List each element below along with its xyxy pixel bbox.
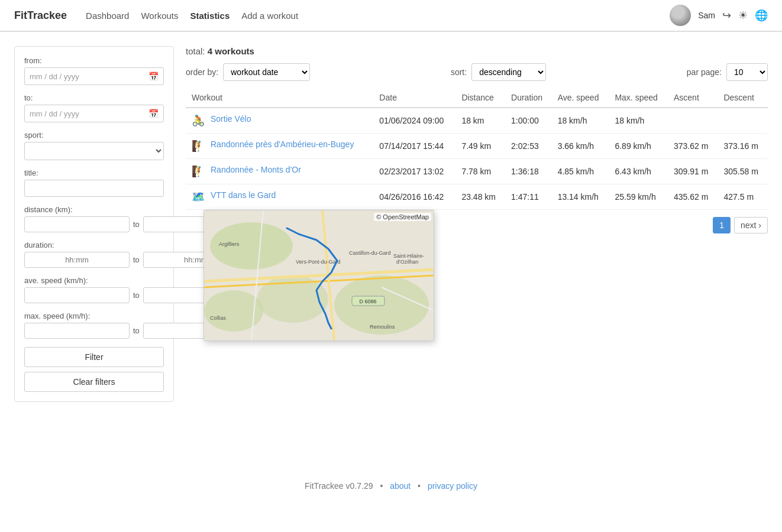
duration-group: duration: to [24, 241, 164, 268]
map-svg: D 6086 Argilliers Vers-Pont-du-Gard Cast… [204, 210, 434, 340]
table-row: 🧗 Randonnée - Monts d'Or 02/23/2017 13:0… [186, 159, 768, 184]
col-descent: Descent [718, 88, 768, 108]
table-header-row: Workout Date Distance Duration Ave. spee… [186, 88, 768, 108]
logout-button[interactable]: ↪ [722, 9, 731, 22]
distance-label: distance (km): [24, 205, 164, 214]
workout-link[interactable]: Randonnée - Monts d'Or [211, 165, 301, 174]
workout-distance-cell: 7.49 km [455, 134, 505, 159]
order-by-select[interactable]: workout date distance duration average s… [223, 63, 310, 81]
distance-from-input[interactable] [24, 216, 130, 232]
workout-duration-cell: 1:47:11 [505, 184, 552, 210]
max-speed-to-sep: to [133, 326, 140, 335]
workout-descent-cell: 373.16 m [718, 134, 768, 159]
footer-privacy-link[interactable]: privacy policy [428, 481, 477, 491]
sort-select[interactable]: descending ascending [471, 63, 546, 81]
duration-from-input[interactable] [24, 252, 130, 268]
sort-group: sort: descending ascending [451, 63, 546, 81]
sport-icon: 🚴 [192, 114, 205, 127]
workout-ascent-cell: 373.62 m [668, 134, 718, 159]
to-input-wrapper[interactable]: mm / dd / yyyy 📅 [24, 105, 164, 122]
per-page-select[interactable]: 10 20 50 [726, 63, 768, 81]
footer-app: FitTrackee [305, 481, 344, 491]
svg-text:Collias: Collias [210, 315, 227, 321]
nav-statistics[interactable]: Statistics [190, 11, 230, 21]
workout-ave-speed-cell: 3.66 km/h [552, 134, 609, 159]
footer-about-link[interactable]: about [390, 481, 411, 491]
footer: FitTrackee v0.7.29 • about • privacy pol… [0, 469, 782, 502]
svg-text:Castillon-du-Gard: Castillon-du-Gard [349, 250, 391, 256]
order-by-label: order by: [186, 67, 218, 77]
from-calendar-icon: 📅 [148, 72, 159, 81]
svg-text:Saint-Hilaire-: Saint-Hilaire- [393, 253, 424, 259]
title-input[interactable] [24, 180, 164, 197]
workout-name-cell: 🧗 Randonnée - Monts d'Or [186, 159, 373, 184]
total-row: total: 4 workouts [186, 46, 768, 56]
footer-dot2: • [418, 481, 421, 491]
workout-max-speed-cell: 25.59 km/h [609, 184, 668, 210]
footer-version: v0.7.29 [346, 481, 373, 491]
main-layout: from: mm / dd / yyyy 📅 to: mm / dd / yyy… [0, 32, 782, 446]
avatar[interactable] [670, 5, 691, 26]
col-duration: Duration [505, 88, 552, 108]
language-button[interactable]: 🌐 [755, 9, 768, 22]
ave-speed-range: to [24, 287, 164, 303]
col-distance: Distance [455, 88, 505, 108]
nav-right: Sam ↪ ☀ 🌐 [670, 5, 768, 26]
workout-name-cell: 🧗 Randonnée près d'Ambérieu-en-Bugey [186, 134, 373, 159]
footer-dot1: • [380, 481, 383, 491]
ave-speed-from-input[interactable] [24, 287, 130, 303]
to-group: to: mm / dd / yyyy 📅 [24, 93, 164, 122]
sport-group: sport: [24, 131, 164, 160]
workout-ave-speed-cell: 4.85 km/h [552, 159, 609, 184]
total-count: 4 workouts [208, 46, 254, 56]
filter-button[interactable]: Filter [24, 347, 164, 367]
workout-name-cell: 🗺️ VTT dans le Gard [186, 184, 373, 210]
sport-select[interactable] [24, 142, 164, 160]
per-page-label: par page: [687, 67, 722, 77]
page-1-button[interactable]: 1 [713, 217, 731, 233]
distance-to-sep: to [133, 220, 140, 229]
nav-dashboard[interactable]: Dashboard [86, 11, 129, 21]
ave-speed-group: ave. speed (km/h): to [24, 276, 164, 303]
col-ascent: Ascent [668, 88, 718, 108]
workout-link[interactable]: VTT dans le Gard [211, 190, 276, 200]
workout-ave-speed-cell: 18 km/h [552, 108, 609, 134]
max-speed-range: to [24, 323, 164, 339]
workout-descent-cell: 427.5 m [718, 184, 768, 210]
workout-distance-cell: 23.48 km [455, 184, 505, 210]
table-row: 🧗 Randonnée près d'Ambérieu-en-Bugey 07/… [186, 134, 768, 159]
max-speed-from-input[interactable] [24, 323, 130, 339]
sport-label: sport: [24, 131, 164, 140]
from-input-wrapper[interactable]: mm / dd / yyyy 📅 [24, 67, 164, 85]
svg-text:Vers-Pont-du-Gard: Vers-Pont-du-Gard [296, 259, 341, 265]
workout-link[interactable]: Randonnée près d'Ambérieu-en-Bugey [211, 140, 354, 149]
from-placeholder: mm / dd / yyyy [30, 72, 79, 81]
clear-filters-button[interactable]: Clear filters [24, 372, 164, 392]
workout-ave-speed-cell: 13.14 km/h [552, 184, 609, 210]
workout-date-cell: 02/23/2017 13:02 [373, 159, 455, 184]
nav-workouts[interactable]: Workouts [141, 11, 178, 21]
workout-link[interactable]: Sortie Vélo [211, 114, 251, 124]
map-attribution: © OpenStreetMap [374, 213, 431, 221]
title-label: title: [24, 168, 164, 177]
workout-descent-cell [718, 108, 768, 134]
from-label: from: [24, 56, 164, 65]
sport-icon: 🗺️ [192, 190, 205, 203]
distance-group: distance (km): to [24, 205, 164, 232]
theme-toggle-button[interactable]: ☀ [738, 9, 748, 22]
next-page-button[interactable]: next › [734, 217, 768, 233]
sidebar: from: mm / dd / yyyy 📅 to: mm / dd / yyy… [14, 46, 174, 402]
workout-date-cell: 07/14/2017 15:44 [373, 134, 455, 159]
from-group: from: mm / dd / yyyy 📅 [24, 56, 164, 85]
workout-ascent-cell [668, 108, 718, 134]
max-speed-label: max. speed (km/h): [24, 312, 164, 320]
controls-row: order by: workout date distance duration… [186, 63, 768, 81]
duration-label: duration: [24, 241, 164, 249]
table-row: 🚴 Sortie Vélo 01/06/2024 09:00 18 km 1:0… [186, 108, 768, 134]
to-placeholder: mm / dd / yyyy [30, 109, 79, 118]
workout-max-speed-cell: 6.43 km/h [609, 159, 668, 184]
per-page-group: par page: 10 20 50 [687, 63, 768, 81]
main-content: total: 4 workouts order by: workout date… [174, 46, 768, 446]
svg-text:Remoulins: Remoulins [370, 324, 395, 330]
nav-add-workout[interactable]: Add a workout [241, 11, 298, 21]
